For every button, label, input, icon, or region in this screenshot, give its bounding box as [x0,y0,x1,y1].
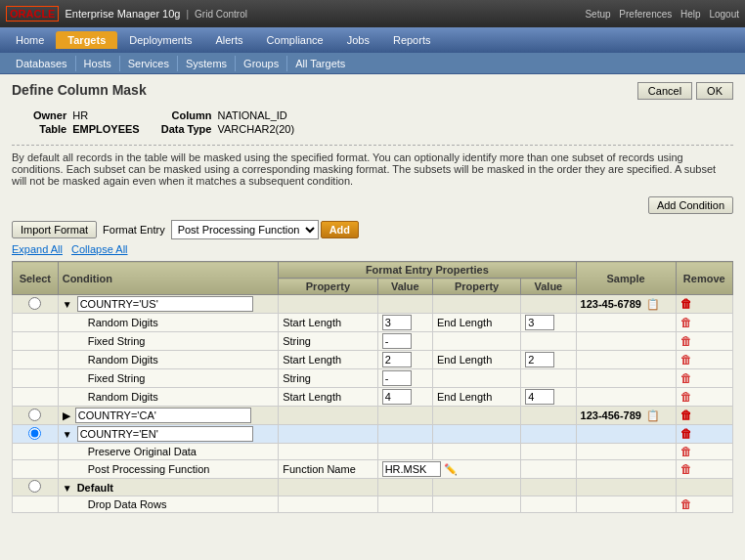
empty-cell [433,295,521,314]
remove-icon[interactable]: 🗑 [680,409,692,422]
value-input[interactable] [382,352,412,367]
expand-icon[interactable]: ▼ [63,299,72,310]
col-remove: Remove [676,262,732,295]
condition-input[interactable] [77,426,253,442]
logout-link[interactable]: Logout [709,9,739,20]
add-button[interactable]: Add [321,221,359,238]
edit-icon[interactable]: ✏️ [444,463,458,475]
expand-all-link[interactable]: Expand All [12,243,63,255]
tab-compliance[interactable]: Compliance [255,31,335,49]
remove-cell: 🗑 [676,407,732,425]
empty-cell [13,332,59,351]
value-input[interactable] [382,370,412,386]
table-row: Random Digits Start Length End Length 🗑 [13,388,733,407]
subnav-services[interactable]: Services [120,56,178,71]
remove-icon[interactable]: 🗑 [680,353,692,366]
empty-cell [13,369,59,388]
table-row: ▼ 🗑 [13,425,733,444]
ok-button[interactable]: OK [696,82,733,100]
copy-icon[interactable]: 📋 [646,409,660,421]
expand-icon[interactable]: ▼ [63,483,72,494]
value-input[interactable] [382,389,412,405]
subnav-databases[interactable]: Databases [8,56,76,71]
value-input[interactable] [525,315,554,330]
remove-cell: 🗑 [676,314,732,332]
empty-cell [521,425,576,444]
subnav-hosts[interactable]: Hosts [76,56,120,71]
remove-cell: 🗑 [676,496,732,513]
sample-value: 123-45-6789 [581,298,641,310]
remove-icon[interactable]: 🗑 [680,462,692,476]
remove-icon[interactable]: 🗑 [680,390,692,404]
row-radio[interactable] [28,480,41,493]
main-table: Select Condition Format Entry Properties… [12,261,733,513]
prop2 [433,332,521,351]
empty-cell [433,407,521,425]
empty-cell [377,407,432,425]
value-input[interactable] [525,389,554,405]
subnav-systems[interactable]: Systems [178,56,236,71]
empty-cell [576,332,676,351]
copy-icon[interactable]: 📋 [646,298,660,310]
val2 [521,351,576,369]
empty-cell [521,407,576,425]
add-condition-area: Add Condition [12,196,733,214]
radio-cell [13,479,59,496]
table-value: EMPLOYEES [72,123,158,135]
empty-cell [576,314,676,332]
remove-icon[interactable]: 🗑 [680,497,692,511]
remove-icon[interactable]: 🗑 [680,445,692,458]
prop1: String [279,332,377,351]
val2 [521,388,576,407]
add-condition-button[interactable]: Add Condition [648,196,733,214]
format-type-dropdown[interactable]: Post Processing Function [171,220,319,239]
expand-icon[interactable]: ▼ [63,429,72,440]
remove-icon[interactable]: 🗑 [680,371,692,385]
tab-deployments[interactable]: Deployments [117,31,203,49]
remove-icon[interactable]: 🗑 [680,316,692,329]
val1 [377,444,432,460]
expand-icon[interactable]: ▶ [63,410,70,421]
col-format-entry-properties: Format Entry Properties [279,262,576,279]
tab-alerts[interactable]: Alerts [203,31,254,49]
row-radio[interactable] [28,409,41,421]
tab-targets[interactable]: Targets [56,31,117,49]
col-property2: Property [433,279,521,295]
subnav-groups[interactable]: Groups [236,56,287,71]
value-input[interactable] [382,315,412,330]
value-input[interactable] [382,333,412,349]
row-radio[interactable] [28,427,41,440]
empty-cell [576,369,676,388]
tab-reports[interactable]: Reports [381,31,443,49]
remove-icon[interactable]: 🗑 [680,297,692,311]
remove-cell [676,479,732,496]
prop1: Start Length [279,314,377,332]
empty-cell [576,444,676,460]
tab-jobs[interactable]: Jobs [335,31,381,49]
table-row: Random Digits Start Length End Length 🗑 [13,351,733,369]
empty-cell [433,479,521,496]
prop1: String [279,369,377,388]
remove-icon[interactable]: 🗑 [680,334,692,348]
row-radio[interactable] [28,297,41,310]
function-name-input[interactable] [382,461,441,477]
val2 [521,444,576,460]
datatype-value: VARCHAR2(20) [217,123,294,135]
condition-input[interactable] [75,408,251,423]
collapse-all-link[interactable]: Collapse All [71,243,127,255]
condition-input[interactable] [77,296,253,312]
import-format-button[interactable]: Import Format [12,221,97,238]
subnav-all-targets[interactable]: All Targets [287,56,353,71]
table-label: Table [33,123,70,135]
prop1 [279,444,377,460]
tab-home[interactable]: Home [4,31,56,49]
help-link[interactable]: Help [680,9,701,20]
table-row: ▼ 123-45-6789 📋 🗑 [13,295,733,314]
setup-link[interactable]: Setup [585,9,610,20]
preferences-link[interactable]: Preferences [619,9,672,20]
value-input[interactable] [525,352,554,367]
remove-icon[interactable]: 🗑 [680,427,692,441]
cancel-button[interactable]: Cancel [637,82,692,100]
datatype-label: Data Type [161,123,216,135]
remove-cell: 🗑 [676,425,732,444]
